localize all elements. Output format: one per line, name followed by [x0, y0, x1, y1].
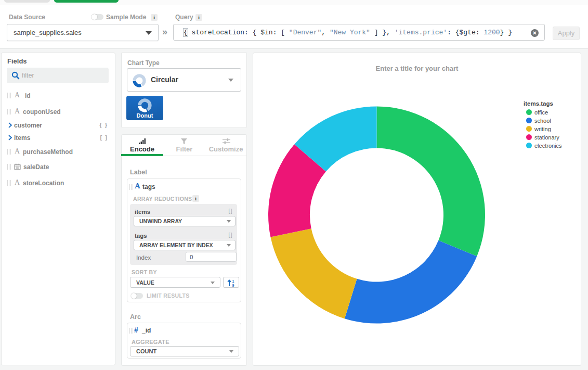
- svg-text:1: 1: [232, 279, 234, 283]
- svg-text:9: 9: [232, 284, 234, 287]
